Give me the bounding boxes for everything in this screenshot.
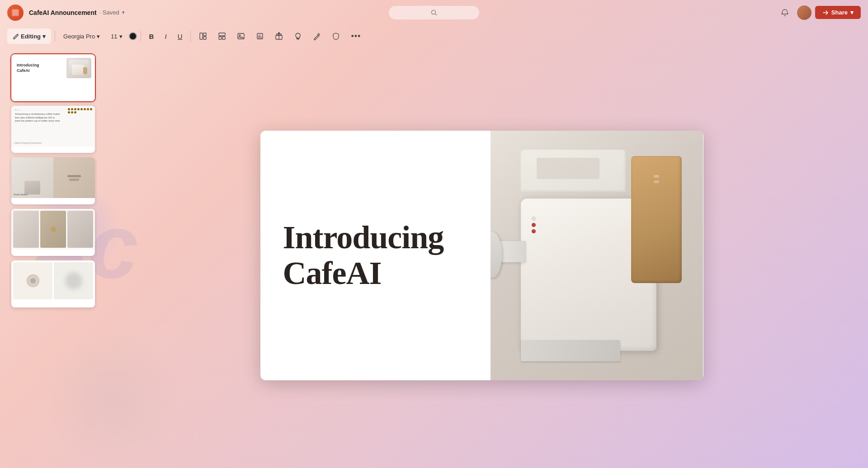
slide-2-text: Announcing a revolutionary coffee maker … [15, 113, 61, 123]
svg-rect-7 [219, 33, 225, 36]
coffee-machine-bg [491, 131, 703, 380]
shield-icon[interactable] [327, 28, 344, 44]
toolbar-divider-3 [190, 31, 191, 42]
slides-panel: IntroducingCafeAI 2 / — [9, 52, 97, 459]
toolbar: Editing ▾ Georgia Pro ▾ 11 ▾ B I U [0, 25, 868, 47]
svg-rect-8 [219, 37, 222, 39]
machine-panel [631, 156, 682, 283]
image-icon[interactable] [232, 28, 250, 44]
doc-saved-chevron[interactable]: ▾ [122, 9, 125, 15]
user-avatar[interactable] [797, 5, 811, 20]
bulb-icon[interactable] [289, 28, 307, 44]
slide-thumbnail-4[interactable] [11, 209, 95, 256]
italic-button[interactable]: I [160, 28, 171, 44]
toolbar-divider-1 [55, 31, 55, 42]
editing-chevron-icon: ▾ [42, 33, 46, 40]
svg-line-3 [435, 14, 437, 15]
font-size-label: 11 [111, 33, 117, 40]
slide-title-line1: Introducing [283, 219, 444, 255]
app-container: CafeAI Announcement · Saved ▾ [0, 0, 868, 468]
share-button[interactable]: Share ▾ [815, 6, 861, 19]
bold-button[interactable]: B [145, 28, 159, 44]
notification-icon[interactable] [776, 5, 793, 20]
font-family-label: Georgia Pro [63, 33, 95, 40]
more-options-button[interactable]: ••• [346, 28, 365, 44]
layout-icon-2[interactable] [213, 28, 231, 44]
main-content: IntroducingCafeAI 2 / — [0, 47, 868, 468]
slide-title-line2: CafeAI [283, 255, 382, 291]
slide-text-content: Introducing CafeAI [260, 131, 491, 380]
svg-rect-9 [222, 37, 225, 39]
layout-icon-1[interactable] [194, 28, 212, 44]
font-family-button[interactable]: Georgia Pro ▾ [59, 28, 104, 44]
font-size-button[interactable]: 11 ▾ [106, 28, 127, 44]
machine-tray [521, 340, 620, 361]
chart-icon[interactable] [251, 28, 269, 44]
editing-mode-button[interactable]: Editing ▾ [7, 28, 51, 44]
slide-main-title: Introducing CafeAI [283, 220, 468, 291]
magic-icon[interactable] [308, 28, 326, 44]
font-size-chevron-icon: ▾ [119, 33, 123, 40]
slide-2-dots [68, 108, 93, 113]
editing-label: Editing [21, 33, 41, 40]
search-bar[interactable] [389, 6, 479, 19]
svg-point-11 [239, 35, 241, 36]
toolbar-divider-2 [141, 31, 141, 42]
app-logo [7, 5, 24, 21]
slide-1-thumb-title: IntroducingCafeAI [17, 63, 39, 73]
underline-button[interactable]: U [173, 28, 187, 44]
svg-rect-5 [203, 33, 206, 36]
top-right-area: Share ▾ [776, 5, 861, 20]
gift-icon[interactable] [270, 28, 288, 44]
doc-title: CafeAI Announcement [29, 9, 97, 16]
share-label: Share [831, 9, 848, 16]
top-bar: CafeAI Announcement · Saved ▾ [0, 0, 868, 25]
share-chevron-icon: ▾ [850, 9, 854, 16]
machine-top [521, 150, 626, 192]
italic-label: I [165, 33, 166, 40]
svg-rect-6 [203, 37, 206, 39]
slide-3-label: Smart beans. [14, 193, 28, 196]
slide-thumbnail-5[interactable] [11, 260, 95, 307]
doc-saved: · Saved [99, 9, 119, 16]
underline-label: U [178, 33, 183, 40]
slide-thumbnail-3[interactable]: Smart beans. [11, 157, 95, 204]
slide-thumbnail-1[interactable]: IntroducingCafeAI [11, 54, 95, 101]
slide-canvas-wrapper: Introducing CafeAI [104, 52, 859, 459]
slide-right-image [491, 131, 703, 380]
svg-rect-4 [200, 33, 203, 39]
text-color-button[interactable] [129, 32, 137, 40]
slide-2-footer: CafeAI Brewing Experience [14, 142, 42, 144]
svg-rect-1 [13, 10, 18, 15]
slide-1-thumb-image [66, 58, 91, 78]
slide-canvas[interactable]: Introducing CafeAI [260, 131, 703, 380]
slide-thumbnail-2[interactable]: 2 / — Announcing a revolutionary coffee … [11, 106, 95, 153]
bold-label: B [149, 33, 154, 40]
doc-title-area: CafeAI Announcement · Saved ▾ [29, 9, 125, 16]
font-family-chevron-icon: ▾ [97, 33, 100, 40]
